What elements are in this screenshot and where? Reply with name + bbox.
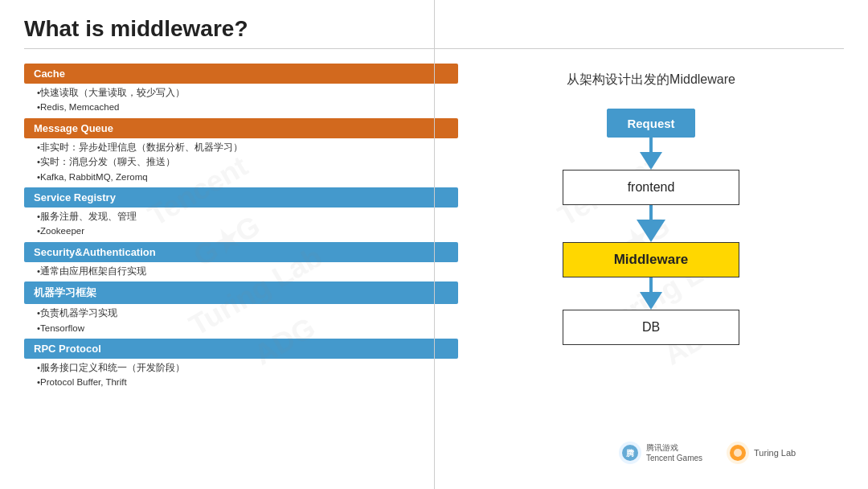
categories-container: Cache•快速读取（大量读取，较少写入）•Redis, MemcachedMe… — [24, 64, 458, 392]
category-header-service-registry: Service Registry — [24, 187, 458, 208]
svg-point-3 — [734, 449, 742, 457]
category-service-registry: Service Registry•服务注册、发现、管理•Zookeeper — [24, 187, 458, 240]
category-ml-framework: 机器学习框架•负责机器学习实现•Tensorflow — [24, 281, 458, 337]
category-detail-service-registry: •服务注册、发现、管理•Zookeeper — [24, 208, 458, 240]
detail-item: •通常由应用框架自行实现 — [37, 264, 445, 278]
detail-item: •Tensorflow — [37, 321, 445, 335]
category-header-security: Security&Authentication — [24, 242, 458, 262]
category-rpc: RPC Protocol•服务接口定义和统一（开发阶段）•Protocol Bu… — [24, 339, 458, 392]
arrow-line-2 — [649, 205, 653, 220]
detail-item: •负责机器学习实现 — [37, 306, 445, 320]
category-message-queue: Message Queue•非实时：异步处理信息（数据分析、机器学习）•实时：消… — [24, 118, 458, 186]
svg-text:腾: 腾 — [625, 449, 635, 458]
category-header-cache: Cache — [24, 64, 458, 84]
detail-item: •服务注册、发现、管理 — [37, 209, 445, 224]
content-area: Tencent G★G Turing Lab ADG Cache•快速读取（大量… — [24, 64, 844, 468]
turing-label: Turing Lab — [754, 448, 796, 458]
turing-logo: Turing Lab — [727, 442, 796, 464]
slide: What is middleware? Tencent G★G Turing L… — [0, 0, 868, 489]
arrow-line-3 — [649, 277, 653, 292]
category-cache: Cache•快速读取（大量读取，较少写入）•Redis, Memcached — [24, 64, 458, 117]
tencent-label-cn: 腾讯游戏 — [646, 442, 702, 453]
detail-item: •非实时：异步处理信息（数据分析、机器学习） — [37, 140, 445, 154]
category-detail-rpc: •服务接口定义和统一（开发阶段）•Protocol Buffer, Thrift — [24, 359, 458, 392]
diagram-container: Request frontend Middleware — [563, 109, 739, 345]
tencent-label: 腾讯游戏 Tencent Games — [646, 442, 702, 463]
middleware-box: Middleware — [563, 242, 739, 277]
detail-item: •快速读取（大量读取，较少写入） — [37, 85, 445, 100]
category-header-message-queue: Message Queue — [24, 118, 458, 138]
left-panel: Tencent G★G Turing Lab ADG Cache•快速读取（大量… — [24, 64, 458, 468]
category-detail-message-queue: •非实时：异步处理信息（数据分析、机器学习）•实时：消息分发（聊天、推送）•Ka… — [24, 138, 458, 186]
category-detail-security: •通常由应用框架自行实现 — [24, 262, 458, 280]
panel-divider — [434, 0, 435, 489]
tencent-logo: 腾 腾讯游戏 Tencent Games — [619, 442, 702, 464]
diagram-title: 从架构设计出发的Middleware — [567, 72, 735, 88]
detail-item: •Redis, Memcached — [37, 100, 445, 114]
detail-item: •服务接口定义和统一（开发阶段） — [37, 360, 445, 375]
right-panel: Tencent G★G Turing Lab ADG 从架构设计出发的Middl… — [458, 64, 844, 468]
category-detail-cache: •快速读取（大量读取，较少写入）•Redis, Memcached — [24, 84, 458, 117]
detail-item: •实时：消息分发（聊天、推送） — [37, 154, 445, 169]
tencent-label-en: Tencent Games — [646, 453, 702, 463]
request-box: Request — [607, 109, 695, 138]
arrow-3 — [640, 277, 662, 310]
category-detail-ml-framework: •负责机器学习实现•Tensorflow — [24, 304, 458, 337]
db-box: DB — [563, 310, 739, 345]
arrow-head-3 — [640, 292, 662, 310]
detail-item: •Protocol Buffer, Thrift — [37, 375, 445, 389]
arrow-line-1 — [649, 138, 653, 152]
tencent-logo-icon: 腾 — [619, 442, 641, 464]
arrow-head-1 — [640, 152, 662, 170]
category-header-ml-framework: 机器学习框架 — [24, 281, 458, 304]
arrow-2 — [637, 205, 665, 242]
detail-item: •Kafka, RabbitMQ, Zeromq — [37, 170, 445, 184]
frontend-box: frontend — [563, 170, 739, 205]
arrow-head-2 — [637, 220, 665, 242]
detail-item: •Zookeeper — [37, 224, 445, 238]
footer-logos: 腾 腾讯游戏 Tencent Games Tur — [619, 442, 796, 464]
category-header-rpc: RPC Protocol — [24, 339, 458, 359]
arrow-1 — [640, 138, 662, 170]
category-security: Security&Authentication•通常由应用框架自行实现 — [24, 242, 458, 280]
turing-logo-icon — [727, 442, 749, 464]
